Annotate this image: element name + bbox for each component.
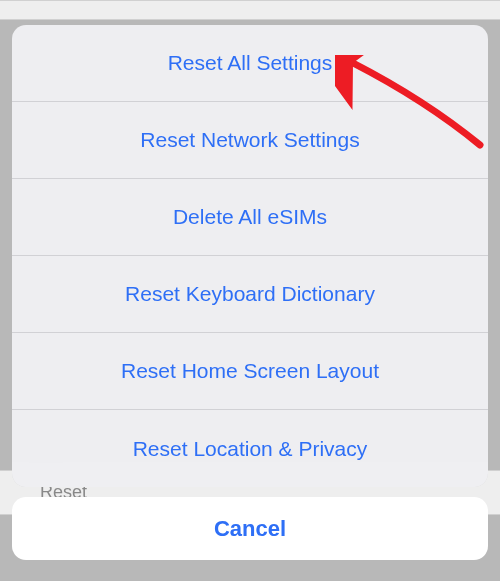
item-label: Reset Network Settings — [140, 128, 359, 152]
item-label: Delete All eSIMs — [173, 205, 327, 229]
cancel-button[interactable]: Cancel — [12, 497, 488, 560]
background-row-top — [0, 0, 500, 20]
action-sheet: Reset All Settings Reset Network Setting… — [12, 25, 488, 487]
reset-all-settings-item[interactable]: Reset All Settings — [12, 25, 488, 102]
reset-network-settings-item[interactable]: Reset Network Settings — [12, 102, 488, 179]
action-sheet-container: Reset All Settings Reset Network Setting… — [12, 25, 488, 568]
reset-location-privacy-item[interactable]: Reset Location & Privacy — [12, 410, 488, 487]
item-label: Reset All Settings — [168, 51, 333, 75]
reset-keyboard-dictionary-item[interactable]: Reset Keyboard Dictionary — [12, 256, 488, 333]
item-label: Reset Location & Privacy — [133, 437, 368, 461]
reset-home-screen-layout-item[interactable]: Reset Home Screen Layout — [12, 333, 488, 410]
cancel-label: Cancel — [214, 516, 286, 542]
item-label: Reset Home Screen Layout — [121, 359, 379, 383]
delete-esims-item[interactable]: Delete All eSIMs — [12, 179, 488, 256]
item-label: Reset Keyboard Dictionary — [125, 282, 375, 306]
